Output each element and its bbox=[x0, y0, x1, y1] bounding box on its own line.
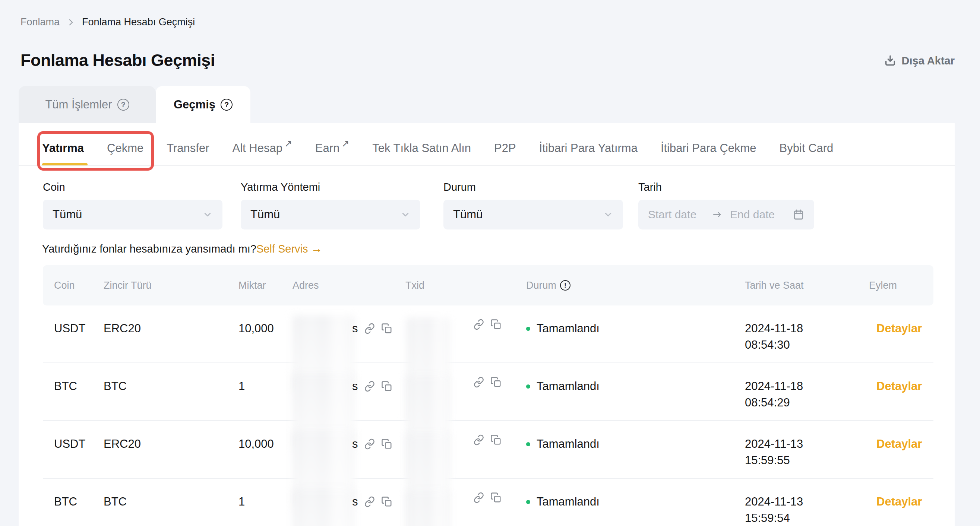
filter-method: Yatırma Yöntemi Tümü bbox=[241, 181, 420, 229]
copy-icon[interactable] bbox=[490, 434, 501, 445]
subtab-transfer[interactable]: Transfer bbox=[167, 141, 209, 155]
col-coin: Coin bbox=[54, 280, 103, 291]
time: 08:54:29 bbox=[745, 394, 869, 411]
subtab-bybit-card[interactable]: Bybit Card bbox=[780, 141, 834, 155]
col-durum: Durum ! bbox=[526, 280, 745, 291]
link-icon[interactable] bbox=[364, 381, 375, 392]
question-circle-icon: ? bbox=[118, 99, 129, 111]
copy-icon[interactable] bbox=[490, 492, 501, 503]
date: 2024-11-18 bbox=[745, 378, 869, 394]
copy-icon[interactable] bbox=[381, 496, 392, 507]
calendar-icon[interactable] bbox=[792, 208, 805, 221]
col-miktar: Miktar bbox=[239, 280, 293, 291]
subtab-itibari-para-cekme[interactable]: İtibari Para Çekme bbox=[661, 141, 756, 155]
cell-chain: BTC bbox=[103, 479, 239, 526]
status-select[interactable]: Tümü bbox=[444, 200, 623, 229]
cell-address: s bbox=[293, 479, 406, 526]
cell-address: s bbox=[293, 363, 406, 420]
table-row: BTC BTC 1 s Tamamlandı 2024-11-13 15:59:… bbox=[43, 479, 934, 526]
details-link[interactable]: Detaylar bbox=[877, 495, 922, 508]
link-icon[interactable] bbox=[473, 377, 484, 388]
chevron-down-icon bbox=[603, 209, 613, 220]
details-link[interactable]: Detaylar bbox=[877, 437, 922, 450]
cell-chain: ERC20 bbox=[103, 305, 239, 362]
cell-coin: BTC bbox=[54, 363, 103, 420]
cell-action: Detaylar bbox=[869, 421, 934, 478]
cell-amount: 1 bbox=[239, 479, 293, 526]
col-txid: Txid bbox=[406, 280, 526, 291]
copy-icon[interactable] bbox=[381, 381, 392, 392]
link-icon[interactable] bbox=[473, 319, 484, 330]
status-badge: Tamamlandı bbox=[536, 436, 600, 478]
table-row: USDT ERC20 10,000 s Tamamlandı 2024-11-1… bbox=[43, 305, 934, 363]
cell-status: Tamamlandı bbox=[526, 421, 745, 478]
cell-status: Tamamlandı bbox=[526, 363, 745, 420]
cell-txid bbox=[406, 421, 526, 478]
cell-status: Tamamlandı bbox=[526, 305, 745, 362]
copy-icon[interactable] bbox=[490, 319, 501, 330]
filter-status: Durum Tümü bbox=[444, 181, 623, 229]
arrow-right-icon bbox=[697, 210, 730, 219]
link-icon[interactable] bbox=[364, 323, 375, 334]
copy-icon[interactable] bbox=[381, 323, 392, 334]
coin-select[interactable]: Tümü bbox=[43, 200, 223, 229]
cell-datetime: 2024-11-18 08:54:30 bbox=[745, 305, 869, 362]
filter-method-label: Yatırma Yöntemi bbox=[241, 181, 420, 194]
end-date-input[interactable]: End date bbox=[730, 208, 775, 221]
date: 2024-11-13 bbox=[745, 436, 869, 452]
start-date-input[interactable]: Start date bbox=[648, 208, 697, 221]
arrow-right-icon: → bbox=[311, 242, 323, 256]
address-suffix: s bbox=[352, 320, 358, 337]
date: 2024-11-18 bbox=[745, 320, 869, 337]
link-icon[interactable] bbox=[364, 496, 375, 507]
tab-tum-islemler[interactable]: Tüm İşlemler ? bbox=[19, 86, 156, 123]
self-service-link[interactable]: Self Servis bbox=[256, 243, 308, 255]
chevron-down-icon bbox=[400, 209, 410, 220]
link-icon[interactable] bbox=[473, 492, 484, 503]
download-icon bbox=[884, 54, 897, 67]
export-button[interactable]: Dışa Aktar bbox=[884, 54, 955, 67]
subtab-p2p[interactable]: P2P bbox=[494, 141, 516, 155]
cell-amount: 1 bbox=[239, 363, 293, 420]
details-link[interactable]: Detaylar bbox=[877, 322, 922, 335]
details-link[interactable]: Detaylar bbox=[877, 380, 922, 393]
cell-datetime: 2024-11-13 15:59:54 bbox=[745, 479, 869, 526]
date-range-picker[interactable]: Start date End date bbox=[638, 200, 814, 229]
cell-amount: 10,000 bbox=[239, 305, 293, 362]
subtab-divider bbox=[19, 165, 955, 166]
cell-action: Detaylar bbox=[869, 479, 934, 526]
copy-icon[interactable] bbox=[381, 439, 392, 450]
method-select-value: Tümü bbox=[250, 208, 280, 221]
cell-status: Tamamlandı bbox=[526, 479, 745, 526]
method-select[interactable]: Tümü bbox=[241, 200, 420, 229]
filter-status-label: Durum bbox=[444, 181, 623, 194]
info-circle-icon[interactable]: ! bbox=[560, 280, 571, 291]
status-dot-icon bbox=[526, 327, 530, 331]
annotation-box bbox=[37, 131, 154, 171]
subtab-bar: Yatırma Çekme Transfer Alt Hesap↗ Earn↗ … bbox=[42, 140, 833, 156]
table-header: Coin Zincir Türü Miktar Adres Txid Durum… bbox=[43, 265, 934, 305]
time: 08:54:30 bbox=[745, 337, 869, 353]
filter-coin: Coin Tümü bbox=[43, 181, 223, 229]
address-suffix: s bbox=[352, 494, 358, 510]
subtab-itibari-para-yatirma[interactable]: İtibari Para Yatırma bbox=[539, 141, 638, 155]
subtab-earn[interactable]: Earn↗ bbox=[315, 141, 349, 155]
cell-coin: USDT bbox=[54, 421, 103, 478]
cell-coin: USDT bbox=[54, 305, 103, 362]
export-label: Dışa Aktar bbox=[902, 55, 955, 67]
cell-txid bbox=[406, 363, 526, 420]
breadcrumb-link-fonlama[interactable]: Fonlama bbox=[21, 16, 60, 28]
cell-coin: BTC bbox=[54, 479, 103, 526]
subtab-tek-tikla-satin-alin[interactable]: Tek Tıkla Satın Alın bbox=[372, 141, 471, 155]
link-icon[interactable] bbox=[473, 434, 484, 445]
status-dot-icon bbox=[526, 500, 530, 504]
tab-bar: Tüm İşlemler ? Geçmiş ? bbox=[19, 86, 250, 123]
status-dot-icon bbox=[526, 442, 530, 446]
chevron-down-icon bbox=[202, 209, 213, 220]
link-icon[interactable] bbox=[364, 439, 375, 450]
status-badge: Tamamlandı bbox=[536, 494, 600, 526]
tab-gecmis[interactable]: Geçmiş ? bbox=[156, 86, 250, 123]
copy-icon[interactable] bbox=[490, 377, 501, 388]
deposit-help-line: Yatırdığınız fonlar hesabınıza yansımadı… bbox=[42, 242, 323, 256]
subtab-alt-hesap[interactable]: Alt Hesap↗ bbox=[232, 141, 292, 155]
